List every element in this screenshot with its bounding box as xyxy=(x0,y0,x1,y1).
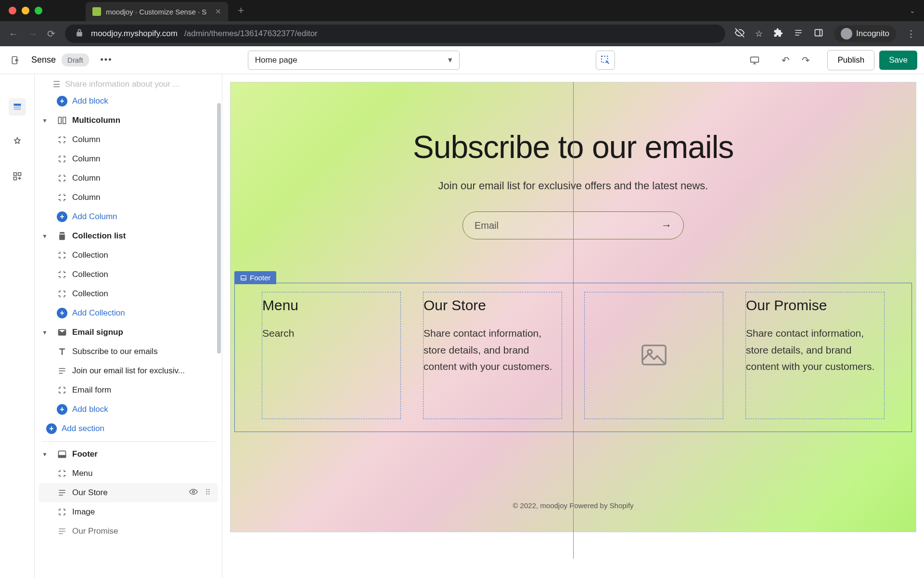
eye-off-icon[interactable] xyxy=(735,28,744,40)
reading-list-icon[interactable] xyxy=(794,28,803,40)
undo-button[interactable]: ↶ xyxy=(776,51,795,69)
nav-forward-button[interactable]: → xyxy=(28,28,38,39)
chevron-down-icon: ▾ xyxy=(448,55,452,65)
section-footer[interactable]: ▾ Footer xyxy=(38,445,218,464)
block-column[interactable]: Column xyxy=(38,130,218,149)
frame-icon xyxy=(57,192,67,203)
preview-page[interactable]: Subscribe to our emails Join our email l… xyxy=(230,82,916,532)
svg-rect-6 xyxy=(13,106,21,108)
plus-icon: + xyxy=(57,211,67,222)
collection-icon xyxy=(57,231,67,241)
side-panel-icon[interactable] xyxy=(814,28,823,40)
sections-tool[interactable] xyxy=(9,98,26,116)
window-close[interactable] xyxy=(9,7,16,14)
block-column[interactable]: Column xyxy=(38,149,218,169)
svg-rect-10 xyxy=(13,177,16,180)
footer-col-image[interactable] xyxy=(584,292,723,419)
url-path: /admin/themes/136147632377/editor xyxy=(184,29,318,39)
block-email-form[interactable]: Email form xyxy=(38,381,218,400)
visibility-toggle[interactable] xyxy=(189,487,198,498)
window-zoom[interactable] xyxy=(35,7,42,14)
frame-icon xyxy=(57,507,67,517)
svg-point-19 xyxy=(208,491,209,492)
block-column[interactable]: Column xyxy=(38,188,218,207)
svg-rect-22 xyxy=(241,276,246,280)
email-form[interactable]: → xyxy=(462,211,684,239)
nav-back-button[interactable]: ← xyxy=(9,28,18,39)
plus-icon: + xyxy=(57,308,67,318)
address-bar[interactable]: moodjoy.myshopify.com/admin/themes/13614… xyxy=(65,25,725,43)
section-tree[interactable]: ☰Share information about your ... + Add … xyxy=(35,74,222,578)
more-actions-button[interactable]: ••• xyxy=(96,52,117,68)
paragraph-icon xyxy=(57,366,67,376)
tree-item-truncated[interactable]: ☰Share information about your ... xyxy=(35,77,222,92)
topbar-right-actions: ↶ ↷ Publish Save xyxy=(745,50,917,70)
viewport-desktop-button[interactable] xyxy=(745,51,764,69)
tab-overflow-icon[interactable]: ⌄ xyxy=(910,7,915,14)
block-column[interactable]: Column xyxy=(38,169,218,188)
row-actions xyxy=(189,487,212,498)
block-our-store[interactable]: Our Store xyxy=(38,483,218,502)
footer-our-promise-body: Share contact information, store details… xyxy=(746,325,884,375)
paragraph-icon xyxy=(57,526,67,537)
exit-editor-button[interactable] xyxy=(7,52,24,69)
incognito-label: Incognito xyxy=(856,29,889,39)
browser-menu-icon[interactable]: ⋮ xyxy=(907,28,915,39)
block-menu[interactable]: Menu xyxy=(38,464,218,483)
drag-handle[interactable] xyxy=(204,487,212,498)
footer-section[interactable]: Menu Search Our Store Share contact info… xyxy=(234,283,912,432)
svg-point-18 xyxy=(206,491,207,492)
block-heading[interactable]: Subscribe to our emails xyxy=(38,342,218,361)
section-email-signup[interactable]: ▾ Email signup xyxy=(38,323,218,342)
add-block-email-button[interactable]: +Add block xyxy=(38,400,218,419)
section-collection-list[interactable]: ▾ Collection list xyxy=(38,226,218,246)
close-tab-icon[interactable]: ✕ xyxy=(215,7,221,16)
extensions-icon[interactable] xyxy=(773,28,783,40)
block-collection[interactable]: Collection xyxy=(38,284,218,303)
svg-rect-11 xyxy=(59,117,62,123)
block-collection[interactable]: Collection xyxy=(38,246,218,265)
add-block-button[interactable]: + Add block xyxy=(38,92,218,111)
page-selector-label: Home page xyxy=(255,55,297,65)
plus-icon: + xyxy=(57,404,67,415)
text-icon xyxy=(57,346,67,357)
window-minimize[interactable] xyxy=(22,7,29,14)
footer-col-menu[interactable]: Menu Search xyxy=(262,292,401,419)
new-tab-button[interactable]: + xyxy=(238,4,244,17)
theme-settings-tool[interactable] xyxy=(9,133,26,150)
block-collection[interactable]: Collection xyxy=(38,265,218,284)
email-signup-section[interactable]: Subscribe to our emails Join our email l… xyxy=(231,82,916,268)
mac-titlebar: moodjoy · Customize Sense · S ✕ + ⌄ xyxy=(0,0,924,21)
block-our-promise[interactable]: Our Promise xyxy=(38,522,218,541)
block-image[interactable]: Image xyxy=(38,502,218,522)
page-selector[interactable]: Home page ▾ xyxy=(248,51,460,70)
incognito-badge[interactable]: Incognito xyxy=(834,25,896,42)
reload-button[interactable]: ⟳ xyxy=(47,28,55,39)
add-collection-button[interactable]: +Add Collection xyxy=(38,303,218,323)
submit-arrow-icon[interactable]: → xyxy=(661,219,672,232)
footer-link-search[interactable]: Search xyxy=(262,328,295,339)
add-section-button[interactable]: +Add section xyxy=(38,419,218,438)
email-input[interactable] xyxy=(475,220,661,231)
footer-overlay-label[interactable]: Footer xyxy=(234,271,276,284)
footer-col-our-promise[interactable]: Our Promise Share contact information, s… xyxy=(745,292,885,419)
footer-col-our-store[interactable]: Our Store Share contact information, sto… xyxy=(423,292,562,419)
redo-button[interactable]: ↷ xyxy=(796,51,815,69)
publish-button[interactable]: Publish xyxy=(827,50,874,70)
footer-label-text: Footer xyxy=(250,274,270,282)
block-paragraph[interactable]: Join our email list for exclusiv... xyxy=(38,361,218,381)
footer-menu-title: Menu xyxy=(262,297,400,314)
section-multicolumn[interactable]: ▾ Multicolumn xyxy=(38,111,218,130)
scrollbar[interactable] xyxy=(217,103,221,354)
chevron-down-icon: ▾ xyxy=(43,117,52,124)
footer-our-store-body: Share contact information, store details… xyxy=(424,325,562,375)
url-host: moodjoy.myshopify.com xyxy=(91,29,178,39)
save-button[interactable]: Save xyxy=(879,51,917,70)
frame-icon xyxy=(57,154,67,164)
browser-tab[interactable]: moodjoy · Customize Sense · S ✕ xyxy=(86,2,228,21)
star-icon[interactable]: ☆ xyxy=(755,28,763,39)
add-column-button[interactable]: +Add Column xyxy=(38,207,218,226)
inspector-toggle[interactable] xyxy=(596,51,615,70)
frame-icon xyxy=(57,173,67,184)
apps-tool[interactable] xyxy=(9,168,26,185)
